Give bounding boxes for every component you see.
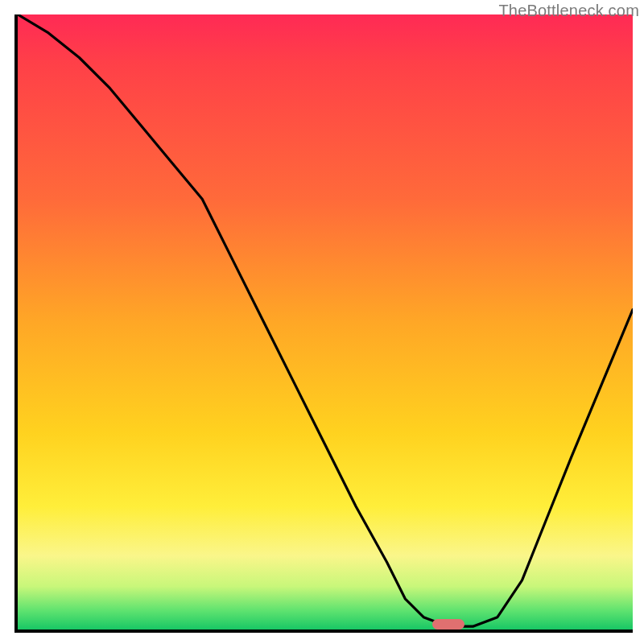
bottleneck-chart: TheBottleneck.com (0, 0, 644, 644)
optimal-marker (432, 619, 464, 630)
plot-area (14, 14, 633, 633)
bottleneck-curve-path (18, 14, 633, 626)
curve-layer (18, 14, 633, 630)
attribution-text: TheBottleneck.com (498, 2, 639, 20)
